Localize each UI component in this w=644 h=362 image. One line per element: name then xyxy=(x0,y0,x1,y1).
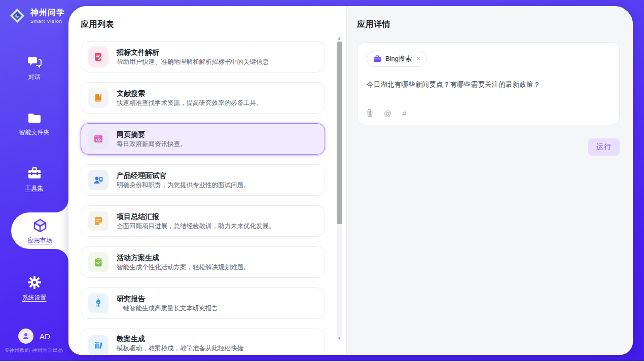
chat-icon xyxy=(27,56,42,69)
app-card-web-summary[interactable]: 网页摘要 每日政府新闻资讯快查。 xyxy=(81,123,325,155)
prompt-question-text[interactable]: 今日湖北有哪些新闻要点？有哪些需要关注的最新政策？ xyxy=(367,80,610,89)
prompt-card: Bing搜索 × 今日湖北有哪些新闻要点？有哪些需要关注的最新政策？ @ # xyxy=(357,42,620,125)
sidebar-item-settings[interactable]: 系统设置 xyxy=(0,275,68,302)
sidebar: 神州问学 Smart Vision 对话 智能文件夹 xyxy=(0,0,68,361)
bubble-notch-bottom xyxy=(55,249,68,262)
app-card-title: 网页摘要 xyxy=(117,131,187,138)
brand-title: 神州问学 xyxy=(30,8,65,18)
app-card-title: 教案生成 xyxy=(117,335,243,342)
list-scrollbar[interactable]: ▲ ▼ xyxy=(336,35,342,342)
avatar xyxy=(18,329,33,344)
person-doc-icon xyxy=(88,170,109,190)
brand-subtitle: Smart Vision xyxy=(30,19,65,24)
paperclip-icon[interactable] xyxy=(367,108,373,118)
app-card-desc: 智能生成个性化活动方案，轻松解决规划难题。 xyxy=(117,264,250,271)
sidebar-item-smart-folder[interactable]: 智能文件夹 xyxy=(0,112,68,137)
app-detail-title: 应用详情 xyxy=(357,19,620,30)
run-button[interactable]: 运行 xyxy=(588,138,620,156)
sidebar-item-app-market[interactable]: 应用市场 xyxy=(11,213,68,249)
book-icon xyxy=(88,88,109,108)
scrollbar-thumb[interactable] xyxy=(337,42,342,224)
hash-icon[interactable]: # xyxy=(402,109,406,118)
scrollbar-down-icon[interactable]: ▼ xyxy=(336,336,342,342)
toolbox-icon xyxy=(27,167,42,180)
sidebar-item-label: 对话 xyxy=(28,73,41,82)
person-icon xyxy=(22,332,30,340)
sidebar-item-toolset[interactable]: 工具集 xyxy=(0,167,68,193)
folder-icon xyxy=(27,112,42,124)
user-account[interactable]: AD xyxy=(0,329,68,344)
app-card-research-report[interactable]: 研究报告 一键智能生成高质量长文本研究报告 xyxy=(81,287,325,319)
app-card-title: 产品经理面试官 xyxy=(117,172,250,179)
app-card-title: 招标文件解析 xyxy=(117,49,269,56)
sidebar-item-label: 工具集 xyxy=(25,184,44,193)
app-card-title: 研究报告 xyxy=(117,295,218,302)
app-card-desc: 模板驱动，教案秒成，教学准备从此轻松快捷 xyxy=(117,345,243,352)
app-card-pm-interviewer[interactable]: 产品经理面试官 明确身份和职责，为您提供专业性的面试问题。 xyxy=(81,164,325,196)
copyright-footer: ©神州数码·神州问学出品 xyxy=(0,347,68,354)
clipboard-check-icon xyxy=(88,252,109,272)
briefcase-icon xyxy=(373,55,381,62)
app-window: 神州问学 Smart Vision 对话 智能文件夹 xyxy=(0,0,644,362)
app-card-project-summary[interactable]: 项目总结汇报 全面回顾项目进展，总结经验教训，助力未来优化发展。 xyxy=(81,205,325,237)
books-icon xyxy=(88,335,109,355)
sidebar-item-label: 智能文件夹 xyxy=(19,128,50,137)
main-content: 应用列表 招标文件解析 帮助用户快速、准确地理解和解析招标书中的关键信息 文献搜… xyxy=(68,6,633,355)
app-card-desc: 一键智能生成高质量长文本研究报告 xyxy=(117,305,218,312)
tool-chip-bing-search[interactable]: Bing搜索 × xyxy=(367,51,427,67)
gear-icon xyxy=(27,275,42,289)
brand-logo: 神州问学 Smart Vision xyxy=(8,7,65,25)
composer-toolbar: @ # xyxy=(367,108,407,118)
diamond-logo-icon xyxy=(8,7,26,25)
app-list-title: 应用列表 xyxy=(81,19,325,30)
tool-chip-label: Bing搜索 xyxy=(385,54,412,63)
scrollbar-up-icon[interactable]: ▲ xyxy=(336,35,342,42)
app-card-literature-search[interactable]: 文献搜索 快速精准查找学术资源，提高研究效率的必备工具。 xyxy=(81,82,325,114)
note-icon xyxy=(88,211,109,231)
chip-close-icon[interactable]: × xyxy=(417,55,420,62)
ink-pen-icon xyxy=(88,293,109,313)
app-card-bid-doc-parse[interactable]: 招标文件解析 帮助用户快速、准确地理解和解析招标书中的关键信息 xyxy=(81,41,325,73)
bubble-notch-top xyxy=(55,199,68,212)
at-icon[interactable]: @ xyxy=(384,109,391,118)
app-detail-panel: 应用详情 Bing搜索 × 今日湖北有哪些新闻要点？有哪些需要关注的最新政策？ xyxy=(346,6,633,355)
app-list-panel: 应用列表 招标文件解析 帮助用户快速、准确地理解和解析招标书中的关键信息 文献搜… xyxy=(68,6,346,355)
cube-icon xyxy=(32,218,48,233)
app-card-desc: 帮助用户快速、准确地理解和解析招标书中的关键信息 xyxy=(117,59,269,65)
browser-code-icon xyxy=(88,129,109,149)
app-card-desc: 快速精准查找学术资源，提高研究效率的必备工具。 xyxy=(117,100,263,106)
app-card-desc: 每日政府新闻资讯快查。 xyxy=(117,141,187,148)
app-card-lesson-plan[interactable]: 教案生成 模板驱动，教案秒成，教学准备从此轻松快捷 xyxy=(81,329,325,355)
app-card-title: 活动方案生成 xyxy=(117,254,250,261)
sidebar-item-chat[interactable]: 对话 xyxy=(0,56,68,82)
app-card-title: 项目总结汇报 xyxy=(117,213,275,220)
app-card-title: 文献搜索 xyxy=(117,90,263,97)
app-card-desc: 明确身份和职责，为您提供专业性的面试问题。 xyxy=(117,182,250,189)
user-name: AD xyxy=(40,332,50,341)
app-card-desc: 全面回顾项目进展，总结经验教训，助力未来优化发展。 xyxy=(117,223,275,230)
sidebar-item-label: 应用市场 xyxy=(28,236,52,245)
sidebar-item-label: 系统设置 xyxy=(22,294,47,302)
app-card-event-plan[interactable]: 活动方案生成 智能生成个性化活动方案，轻松解决规划难题。 xyxy=(81,246,325,278)
doc-edit-icon xyxy=(88,47,109,67)
app-card-list: 招标文件解析 帮助用户快速、准确地理解和解析招标书中的关键信息 文献搜索 快速精… xyxy=(81,41,325,355)
